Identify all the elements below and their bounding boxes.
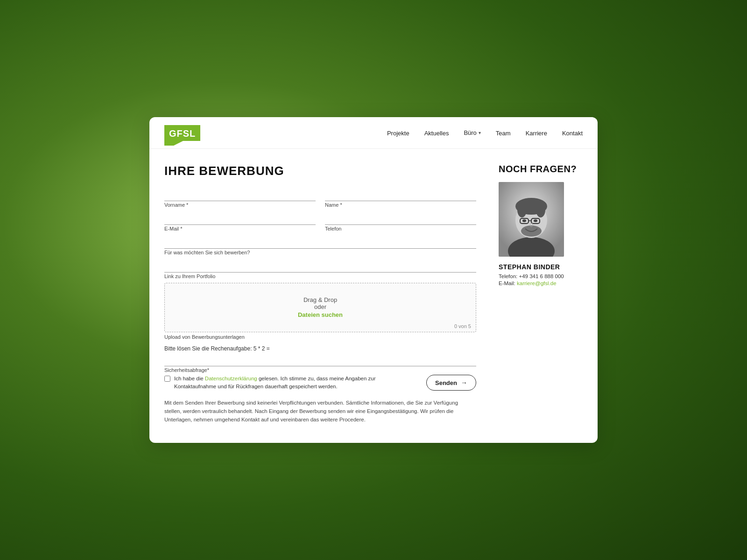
name-group: Name *	[325, 189, 476, 208]
noch-fragen-title: NOCH FRAGEN?	[499, 164, 583, 175]
email-link-sidebar[interactable]: karriere@gfsl.de	[517, 280, 557, 286]
name-input[interactable]	[325, 189, 476, 201]
nav-link-karriere[interactable]: Karriere	[526, 130, 547, 137]
form-row-contact: E-Mail * Telefon	[164, 213, 476, 237]
nav-item-aktuelles[interactable]: Aktuelles	[424, 129, 449, 137]
nav-item-buero[interactable]: Büro	[464, 129, 480, 136]
portfolio-input[interactable]	[164, 261, 476, 273]
name-label: Name *	[325, 202, 476, 208]
telefon-input[interactable]	[325, 213, 476, 225]
nav-link-kontakt[interactable]: Kontakt	[562, 130, 583, 137]
send-label: Senden	[435, 379, 457, 386]
checkbox-text: Ich habe die Datenschutzerklärung gelese…	[174, 375, 419, 391]
vorname-label: Vorname *	[164, 202, 316, 208]
svg-point-6	[517, 203, 527, 217]
svg-point-12	[522, 219, 526, 222]
email-label: E-Mail *	[164, 226, 316, 231]
contact-telefon: Telefon: +49 341 6 888 000	[499, 273, 583, 279]
security-group: Sicherheitsabfrage*	[164, 355, 476, 373]
oder-text: oder	[174, 303, 466, 310]
svg-point-7	[536, 203, 545, 217]
form-section: IHRE BEWERBUNG Vorname * Name * E-Mail *	[164, 164, 476, 424]
contact-name: STEPHAN BINDER	[499, 263, 583, 271]
sicherheitsabfrage-label: Sicherheitsabfrage*	[164, 367, 476, 373]
bewerben-input[interactable]	[164, 237, 476, 249]
drag-text: Drag & Drop	[174, 296, 466, 303]
telefon-label-sidebar: Telefon:	[499, 273, 517, 279]
checkbox-pre: Ich habe die	[174, 376, 205, 381]
logo[interactable]: GFSL	[164, 125, 200, 141]
datenschutz-checkbox[interactable]	[164, 376, 170, 382]
main-card: GFSL Projekte Aktuelles Büro Team Karrie…	[149, 117, 598, 443]
nav-item-kontakt[interactable]: Kontakt	[562, 129, 583, 137]
navbar: GFSL Projekte Aktuelles Büro Team Karrie…	[149, 117, 598, 149]
send-button[interactable]: Senden →	[426, 375, 476, 391]
sidebar: NOCH FRAGEN?	[499, 164, 583, 424]
email-group: E-Mail *	[164, 213, 316, 231]
telefon-label: Telefon	[325, 226, 476, 231]
datenschutz-link[interactable]: Datenschutzerklärung	[205, 376, 257, 381]
telefon-value-sidebar: +49 341 6 888 000	[519, 273, 564, 279]
nav-links: Projekte Aktuelles Büro Team Karriere Ko…	[387, 129, 583, 137]
logo-wrap: GFSL	[164, 125, 200, 141]
vorname-input[interactable]	[164, 189, 316, 201]
nav-item-karriere[interactable]: Karriere	[526, 129, 547, 137]
upload-count: 0 von 5	[454, 323, 471, 329]
contact-email: E-Mail: karriere@gfsl.de	[499, 280, 583, 286]
content-area: IHRE BEWERBUNG Vorname * Name * E-Mail *	[149, 149, 598, 443]
checkbox-row: Ich habe die Datenschutzerklärung gelese…	[164, 375, 476, 391]
email-label-sidebar: E-Mail:	[499, 280, 515, 286]
email-input[interactable]	[164, 213, 316, 225]
nav-item-projekte[interactable]: Projekte	[387, 129, 409, 137]
page-title: IHRE BEWERBUNG	[164, 164, 476, 178]
info-text: Mit dem Senden Ihrer Bewerbung sind kein…	[164, 399, 476, 424]
nav-link-projekte[interactable]: Projekte	[387, 130, 409, 137]
contact-photo-svg	[499, 182, 564, 257]
upload-area[interactable]: Drag & Drop oder Dateien suchen 0 von 5	[164, 283, 476, 332]
telefon-group: Telefon	[325, 213, 476, 231]
nav-link-aktuelles[interactable]: Aktuelles	[424, 130, 449, 137]
form-row-name: Vorname * Name *	[164, 189, 476, 213]
dateien-link[interactable]: Dateien suchen	[298, 311, 343, 318]
bewerben-label: Für was möchten Sie sich bewerben?	[164, 250, 476, 255]
checkbox-wrap: Ich habe die Datenschutzerklärung gelese…	[164, 375, 419, 391]
nav-link-buero[interactable]: Büro	[464, 129, 480, 136]
nav-item-team[interactable]: Team	[496, 129, 511, 137]
upload-label: Upload von Bewerbungsunterlagen	[164, 334, 476, 340]
vorname-group: Vorname *	[164, 189, 316, 208]
svg-point-13	[534, 219, 537, 222]
bewerben-group: Für was möchten Sie sich bewerben?	[164, 237, 476, 255]
contact-photo	[499, 182, 564, 257]
nav-link-team[interactable]: Team	[496, 130, 511, 137]
portfolio-label: Link zu Ihrem Portfolio	[164, 273, 476, 279]
send-arrow-icon: →	[461, 379, 467, 386]
rechenaufgabe-label: Bitte lösen Sie die Rechenaufgabe: 5 * 2…	[164, 345, 476, 352]
portfolio-group: Link zu Ihrem Portfolio	[164, 261, 476, 279]
sicherheit-input[interactable]	[164, 355, 476, 366]
